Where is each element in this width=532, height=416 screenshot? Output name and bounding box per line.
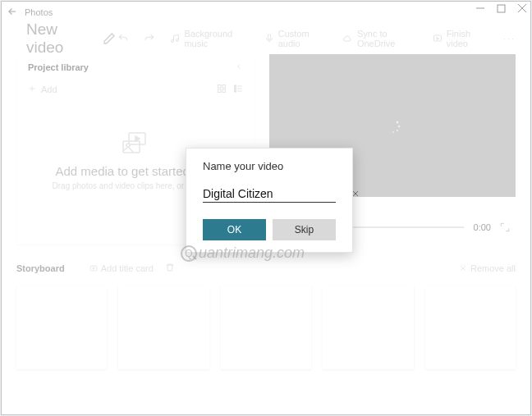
- name-video-dialog: Name your video OK Skip: [186, 148, 353, 253]
- clear-input-icon[interactable]: [351, 188, 360, 200]
- ok-button[interactable]: OK: [203, 219, 266, 240]
- dialog-title: Name your video: [203, 160, 336, 172]
- video-name-input[interactable]: [203, 185, 346, 202]
- app-window: Photos New video: [1, 1, 531, 415]
- skip-button[interactable]: Skip: [273, 219, 336, 240]
